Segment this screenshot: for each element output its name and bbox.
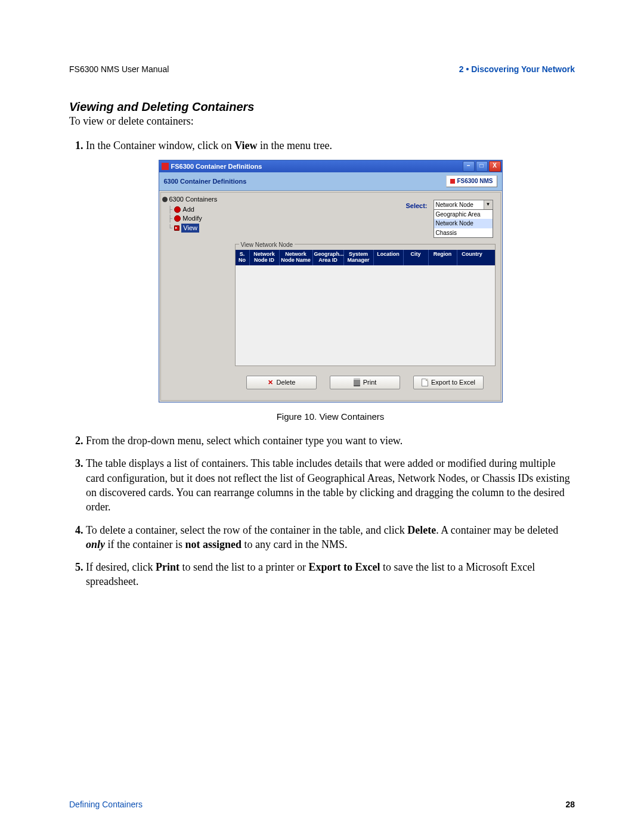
excel-icon	[422, 379, 428, 386]
table-body[interactable]	[236, 265, 495, 366]
add-icon	[174, 206, 181, 213]
export-excel-button[interactable]: Export to Excel	[413, 376, 484, 389]
window-titlebar[interactable]: FS6300 Container Definitions – □ X	[159, 160, 502, 172]
brand-tag: FS6300 NMS	[446, 175, 497, 187]
main-pane: Select: Network Node ▼ Geographic Area N…	[230, 193, 500, 400]
step-2: From the drop-down menu, select which co…	[86, 433, 575, 448]
app-window: FS6300 Container Definitions – □ X 6300 …	[159, 160, 503, 402]
fieldset-legend: View Network Node	[239, 241, 295, 248]
delete-label: Delete	[277, 378, 296, 387]
view-network-node-group: View Network Node S. No Network Node ID …	[235, 244, 496, 366]
tree-root-label: 6300 Containers	[169, 195, 218, 204]
column-header[interactable]: Location	[374, 250, 404, 265]
tree-item-modify[interactable]: ├ Modify	[168, 214, 229, 223]
select-label: Select:	[237, 200, 430, 210]
step-4-post: to any card in the NMS.	[242, 538, 347, 550]
delete-button[interactable]: ✕ Delete	[246, 376, 317, 389]
step-4-mid2: if the container is	[105, 538, 185, 550]
select-option[interactable]: Geographic Area	[434, 210, 493, 219]
step-4-b2: not assigned	[185, 538, 242, 550]
step-3: The table displays a list of containers.…	[86, 456, 575, 514]
step-5: If desired, click Print to send the list…	[86, 560, 575, 589]
intro-text: To view or delete containers:	[69, 115, 575, 128]
print-icon	[354, 378, 360, 386]
column-header[interactable]: Region	[429, 250, 457, 265]
select-container-type[interactable]: Network Node ▼	[434, 200, 493, 210]
export-label: Export to Excel	[431, 378, 475, 387]
tree-item-label: Add	[182, 205, 194, 214]
window-maximize-button[interactable]: □	[476, 161, 488, 172]
window-close-button[interactable]: X	[489, 161, 501, 172]
step-4-pre: To delete a container, select the row of…	[86, 524, 407, 536]
footer-section: Defining Containers	[69, 800, 143, 809]
column-header[interactable]: Network Node ID	[250, 250, 280, 265]
step-1-pre: In the Container window, click on	[86, 140, 234, 151]
tree-branch-icon: ├	[168, 205, 173, 214]
figure-10: FS6300 Container Definitions – □ X 6300 …	[86, 160, 575, 423]
step-1-bold: View	[234, 140, 257, 151]
tree-root-icon	[162, 197, 168, 202]
step-4: To delete a container, select the row of…	[86, 523, 575, 552]
print-label: Print	[363, 378, 377, 387]
select-option[interactable]: Chassis	[434, 228, 493, 238]
column-header[interactable]: Country	[457, 250, 487, 265]
tree-root[interactable]: 6300 Containers	[162, 195, 229, 204]
section-title: Viewing and Deleting Containers	[69, 100, 575, 114]
tree-pane: 6300 Containers ├ Add ├	[161, 193, 230, 400]
page-header: FS6300 NMS User Manual 2 • Discovering Y…	[69, 64, 575, 74]
panel-title: 6300 Container Definitions	[164, 177, 247, 186]
step-1-post: in the menu tree.	[258, 140, 332, 151]
tree-item-label: View	[181, 224, 199, 233]
page-footer: Defining Containers 28	[69, 800, 575, 809]
chevron-down-icon[interactable]: ▼	[484, 200, 493, 209]
step-5-mid1: to send the list to a printer or	[179, 561, 308, 573]
brand-icon	[450, 179, 455, 184]
step-5-pre: If desired, click	[86, 561, 156, 573]
column-header[interactable]: Network Node Name	[280, 250, 313, 265]
select-value: Network Node	[434, 200, 484, 209]
select-option[interactable]: Network Node	[434, 219, 493, 228]
figure-caption: Figure 10. View Containers	[86, 411, 575, 423]
tree-item-view[interactable]: └ View	[168, 224, 229, 233]
header-right: 2 • Discovering Your Network	[459, 64, 575, 74]
step-5-b2: Export to Excel	[308, 561, 380, 573]
action-row: ✕ Delete Print Export to Excel	[235, 370, 496, 393]
select-dropdown-list[interactable]: Geographic Area Network Node Chassis	[434, 209, 493, 239]
table-header-row: S. No Network Node ID Network Node Name …	[236, 250, 495, 265]
tree-branch-icon: └	[168, 224, 173, 233]
window-title: FS6300 Container Definitions	[171, 162, 262, 171]
brand-text: FS6300 NMS	[457, 177, 493, 185]
window-minimize-button[interactable]: –	[463, 161, 475, 172]
column-header[interactable]: Geograph... Area ID	[313, 250, 344, 265]
step-4-b1: Delete	[407, 524, 436, 536]
step-4-mid: . A container may be deleted	[436, 524, 558, 536]
step-1: In the Container window, click on View i…	[86, 138, 575, 423]
tree-item-label: Modify	[182, 214, 202, 223]
panel-subheader: 6300 Container Definitions FS6300 NMS	[159, 172, 502, 191]
tree-item-add[interactable]: ├ Add	[168, 205, 229, 214]
column-header[interactable]: S. No	[236, 250, 250, 265]
column-header[interactable]: City	[404, 250, 429, 265]
step-5-b1: Print	[156, 561, 179, 573]
modify-icon	[174, 215, 181, 222]
step-4-em: only	[86, 538, 105, 550]
print-button[interactable]: Print	[330, 376, 400, 389]
column-header[interactable]: System Manager	[344, 250, 374, 265]
tree-branch-icon: ├	[168, 214, 173, 223]
header-left: FS6300 NMS User Manual	[69, 64, 169, 74]
footer-page-number: 28	[565, 800, 575, 809]
view-icon	[174, 225, 179, 231]
delete-icon: ✕	[268, 379, 274, 385]
app-icon	[162, 163, 169, 170]
